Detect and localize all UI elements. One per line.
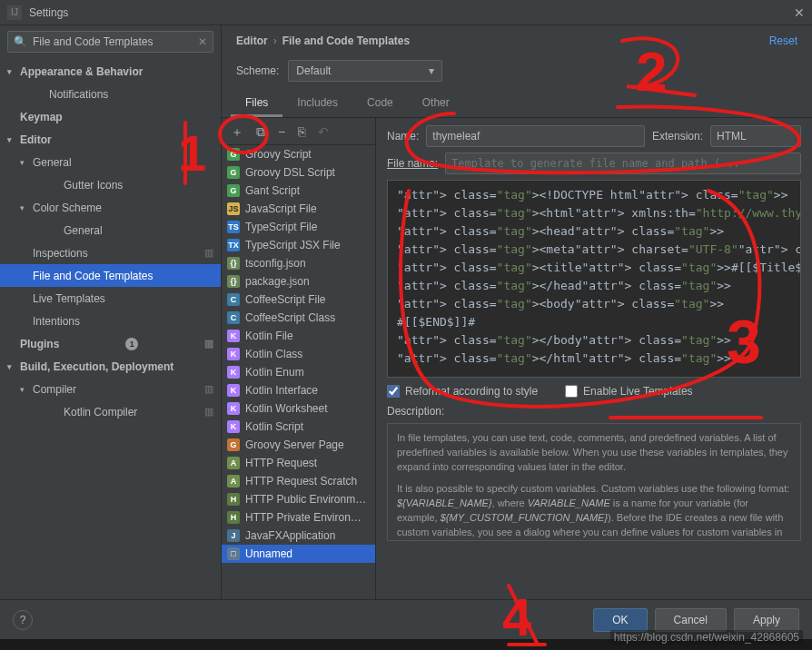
sidebar-item[interactable]: Live Templates (0, 287, 221, 310)
tab[interactable]: Code (352, 91, 408, 117)
apply-button[interactable]: Apply (734, 608, 799, 632)
copy-template-icon[interactable]: ⎘ (298, 125, 305, 138)
template-list-item[interactable]: {}tsconfig.json (222, 254, 375, 272)
sidebar-item-label: Intentions (33, 315, 80, 328)
template-editor-column: Name: Extension: File name: "attr"> clas… (376, 118, 812, 599)
clear-search-icon[interactable]: ✕ (198, 35, 207, 48)
template-list-item[interactable]: TSTypeScript File (222, 218, 375, 236)
project-scheme-icon: ▥ (204, 247, 213, 259)
sidebar-item[interactable]: ▾Color Scheme (0, 196, 221, 219)
sidebar-item[interactable]: File and Code Templates (0, 264, 221, 287)
template-list-item[interactable]: TXTypeScript JSX File (222, 236, 375, 254)
tab[interactable]: Includes (282, 91, 352, 117)
chevron-right-icon: › (273, 34, 277, 47)
add-child-template-icon[interactable]: ⧉ (256, 125, 265, 138)
template-list-item[interactable]: KKotlin File (222, 327, 375, 345)
help-icon[interactable]: ? (13, 610, 33, 630)
sidebar-item-label: Appearance & Behavior (20, 65, 143, 78)
reset-link[interactable]: Reset (769, 34, 797, 47)
filetype-icon: K (227, 384, 240, 397)
filetype-icon: {} (227, 257, 240, 270)
sidebar-item[interactable]: ▾Appearance & Behavior (0, 60, 221, 83)
template-list-item[interactable]: KKotlin Script (222, 418, 375, 436)
template-list-item[interactable]: AHTTP Request (222, 454, 375, 472)
template-list-item-label: HTTP Private Environment File (245, 511, 370, 524)
template-list-item[interactable]: KKotlin Worksheet (222, 399, 375, 418)
filetype-icon: G (227, 184, 240, 197)
template-list-item[interactable]: CCoffeeScript Class (222, 309, 375, 327)
scheme-label: Scheme: (236, 64, 279, 77)
template-list-item-label: TypeScript JSX File (245, 239, 341, 251)
extension-label: Extension: (652, 130, 703, 143)
template-list-item[interactable]: KKotlin Enum (222, 363, 375, 381)
badge-count: 1 (125, 338, 138, 350)
sidebar-item[interactable]: General (0, 219, 221, 241)
template-list-item[interactable]: HHTTP Private Environment File (222, 508, 375, 527)
sidebar-item[interactable]: ▾Build, Execution, Deployment (0, 355, 221, 378)
sidebar-item[interactable]: Kotlin Compiler▥ (0, 400, 221, 423)
filetype-icon: K (227, 402, 240, 415)
description-label: Description: (387, 405, 801, 418)
filetype-icon: K (227, 348, 240, 360)
sidebar-item-label: Color Scheme (33, 202, 102, 214)
filename-label: File name: (387, 157, 438, 170)
extension-input[interactable] (710, 125, 801, 147)
chevron-icon: ▾ (7, 67, 20, 76)
template-list-item-label: HTTP Public Environment File (245, 493, 370, 506)
close-icon[interactable]: ✕ (794, 5, 805, 20)
sidebar-item[interactable]: Keymap (0, 105, 221, 128)
template-list-item[interactable]: GGroovy Script (222, 145, 375, 163)
tab[interactable]: Files (231, 91, 282, 117)
template-list-item[interactable]: KKotlin Interface (222, 381, 375, 399)
sidebar-item[interactable]: ▾Editor (0, 128, 221, 151)
template-list-item[interactable]: CCoffeeScript File (222, 291, 375, 309)
project-scheme-icon: ▥ (204, 383, 213, 395)
template-list-item-label: Kotlin Enum (245, 366, 304, 379)
template-list-item[interactable]: HHTTP Public Environment File (222, 490, 375, 508)
scheme-select[interactable]: Default (288, 60, 442, 82)
template-list-item[interactable]: {}package.json (222, 272, 375, 291)
sidebar-item[interactable]: Intentions (0, 310, 221, 332)
breadcrumb-root: Editor (236, 34, 268, 47)
tab[interactable]: Other (408, 91, 464, 117)
template-list-item[interactable]: GGant Script (222, 182, 375, 200)
template-code-editor[interactable]: "attr"> class="tag"><!DOCTYPE html"attr"… (387, 180, 801, 378)
sidebar-item[interactable]: Notifications (0, 83, 221, 105)
filetype-icon: K (227, 420, 240, 433)
filename-input[interactable] (445, 153, 801, 174)
filetype-icon: TS (227, 221, 240, 233)
cancel-button[interactable]: Cancel (655, 608, 727, 632)
sidebar-item[interactable]: ▾General (0, 151, 221, 173)
sidebar-item[interactable]: Gutter Icons (0, 173, 221, 196)
sidebar-item[interactable]: Inspections▥ (0, 241, 221, 264)
remove-template-icon[interactable]: − (278, 125, 285, 138)
template-list-item[interactable]: JSJavaScript File (222, 200, 375, 218)
template-list-item[interactable]: KKotlin Class (222, 345, 375, 363)
template-list-column: ＋ ⧉ − ⎘ ↶ GGroovy ScriptGGroovy DSL Scri… (222, 118, 376, 599)
template-list-item[interactable]: GGroovy DSL Script (222, 163, 375, 182)
template-list-item-label: Kotlin Worksheet (245, 402, 328, 415)
template-list-item-label: Kotlin Interface (245, 384, 318, 397)
reformat-checkbox-row[interactable]: Reformat according to style (387, 383, 538, 399)
enable-live-templates-row[interactable]: Enable Live Templates (565, 383, 693, 399)
ok-button[interactable]: OK (593, 608, 647, 632)
search-input[interactable] (33, 35, 198, 48)
template-list-item[interactable]: AHTTP Request Scratch (222, 472, 375, 490)
name-input[interactable] (426, 125, 645, 147)
template-list-item[interactable]: JJavaFXApplication (222, 527, 375, 545)
settings-tree: ▾Appearance & BehaviorNotificationsKeyma… (0, 58, 221, 599)
reformat-checkbox[interactable] (387, 385, 400, 398)
sidebar-item[interactable]: ▾Compiler▥ (0, 378, 221, 400)
template-list-item[interactable]: □Unnamed (222, 545, 375, 563)
settings-search[interactable]: 🔍 ✕ (7, 31, 213, 53)
revert-template-icon[interactable]: ↶ (318, 125, 329, 138)
tabs: FilesIncludesCodeOther (222, 91, 812, 118)
reformat-label: Reformat according to style (405, 385, 538, 398)
sidebar-item-label: Keymap (20, 111, 63, 123)
template-list-item[interactable]: GGroovy Server Page (222, 436, 375, 454)
filetype-icon: □ (227, 547, 240, 560)
breadcrumb-leaf: File and Code Templates (282, 34, 410, 47)
add-template-icon[interactable]: ＋ (231, 125, 243, 138)
enable-live-templates-checkbox[interactable] (565, 385, 578, 398)
sidebar-item[interactable]: Plugins1▥ (0, 332, 221, 355)
